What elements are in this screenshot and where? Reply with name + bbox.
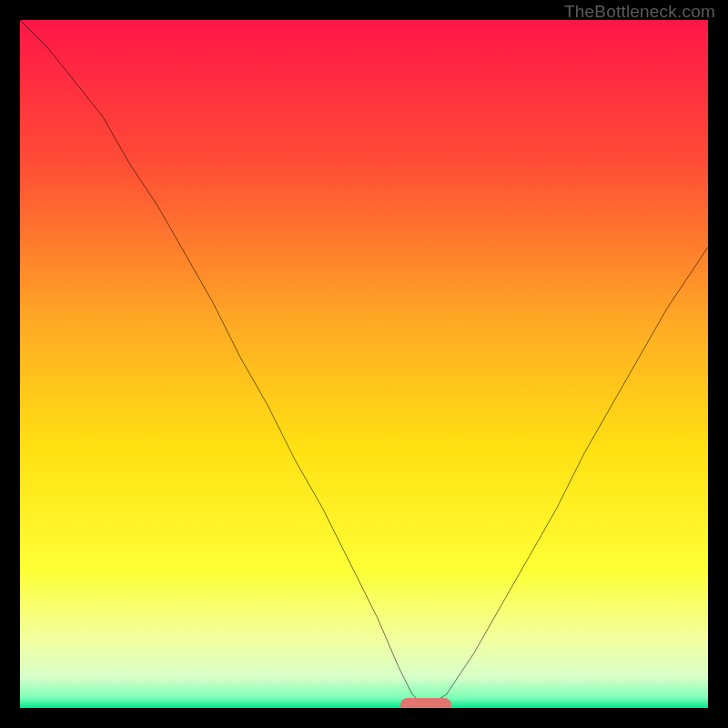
optimal-marker (400, 698, 452, 708)
plot-area (20, 20, 708, 708)
bottleneck-curve (20, 20, 708, 708)
watermark-text: TheBottleneck.com (564, 2, 715, 22)
chart-frame: TheBottleneck.com (0, 0, 728, 728)
